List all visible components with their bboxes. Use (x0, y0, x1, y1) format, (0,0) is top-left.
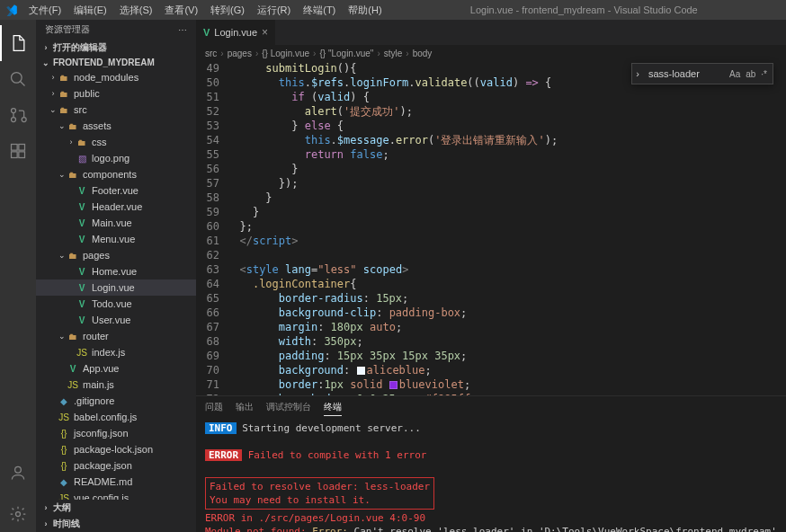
search-overlay[interactable]: › sass-loader Aaab·* (631, 63, 773, 84)
menu-item[interactable]: 编辑(E) (68, 2, 112, 19)
project-section[interactable]: ⌄FRONTEND_MYDREAM (36, 56, 196, 69)
js-icon: JS (58, 492, 70, 500)
code-editor[interactable]: 4950515253545556575859606162636465666768… (196, 61, 786, 395)
tab-login-vue[interactable]: V Login.vue × (196, 20, 276, 45)
panel-tab[interactable]: 终端 (324, 399, 342, 416)
menu-item[interactable]: 终端(T) (298, 2, 341, 19)
extensions-tab[interactable] (0, 133, 36, 169)
json-icon: {} (58, 427, 70, 439)
svg-point-3 (22, 118, 26, 122)
tree-row[interactable]: JSmain.js (36, 377, 196, 393)
search-tab[interactable] (0, 61, 36, 97)
tree-row[interactable]: JSbabel.config.js (36, 409, 196, 425)
tree-row[interactable]: ›🖿css (36, 134, 196, 150)
generic-icon: ◆ (58, 475, 70, 488)
tree-row[interactable]: ⌄🖿components (36, 166, 196, 182)
window-title: Login.vue - frontend_mydream - Visual St… (388, 4, 781, 15)
tree-row[interactable]: ⌄🖿router (36, 328, 196, 344)
close-icon[interactable]: × (262, 26, 268, 39)
bottom-panel: 问题输出调试控制台终端 INFO Starting development se… (196, 395, 786, 532)
accounts-icon[interactable] (0, 455, 36, 491)
search-opt[interactable]: Aa (729, 69, 740, 79)
explorer-tab[interactable] (0, 25, 36, 61)
tree-row[interactable]: VUser.vue (36, 312, 196, 328)
timeline-section[interactable]: ›时间线 (36, 516, 196, 532)
gutter: 4950515253545556575859606162636465666768… (196, 61, 227, 395)
svg-point-1 (12, 109, 16, 113)
search-opt[interactable]: ab (746, 69, 755, 79)
svg-rect-4 (12, 145, 18, 151)
info-badge: INFO (205, 422, 237, 434)
folder-icon: 🖿 (67, 168, 79, 181)
panel-tab[interactable]: 问题 (205, 399, 223, 415)
tree-row[interactable]: ▧logo.png (36, 150, 196, 166)
search-opt[interactable]: ·* (761, 69, 767, 79)
tree-row[interactable]: VTodo.vue (36, 296, 196, 312)
tree-row[interactable]: ⌄🖿pages (36, 247, 196, 263)
terminal-output[interactable]: INFO Starting development server... ERRO… (196, 418, 786, 532)
scm-tab[interactable] (0, 97, 36, 133)
outline-section[interactable]: ›大纲 (36, 500, 196, 516)
breadcrumb-item[interactable]: pages (228, 49, 252, 58)
svg-rect-6 (12, 152, 18, 158)
chevron-right-icon[interactable]: › (632, 68, 643, 79)
panel-tabs: 问题输出调试控制台终端 (196, 396, 786, 418)
menubar: 文件(F)编辑(E)选择(S)查看(V)转到(G)运行(R)终端(T)帮助(H) (23, 2, 388, 19)
tree-row[interactable]: VMain.vue (36, 215, 196, 231)
breadcrumb[interactable]: src›pages›{} Login.vue›{} "Login.vue"›st… (196, 45, 786, 61)
folder-icon: 🖿 (76, 136, 88, 148)
search-value[interactable]: sass-loader (643, 68, 724, 79)
json-icon: {} (58, 443, 70, 456)
open-editors-section[interactable]: ›打开的编辑器 (36, 40, 196, 56)
menu-item[interactable]: 选择(S) (114, 2, 158, 19)
panel-tab[interactable]: 输出 (236, 399, 254, 415)
tree-row[interactable]: ⌄🖿assets (36, 118, 196, 134)
menu-item[interactable]: 文件(F) (23, 2, 67, 19)
js-icon: JS (67, 378, 79, 391)
sidebar-title: 资源管理器⋯ (36, 20, 196, 40)
vue-icon: V (76, 217, 88, 229)
breadcrumb-item[interactable]: style (384, 49, 403, 58)
code-lines[interactable]: submitLogin(){ this.$refs.loginForm.vali… (227, 61, 786, 395)
more-icon[interactable]: ⋯ (178, 25, 187, 35)
tree-row[interactable]: VFooter.vue (36, 182, 196, 199)
tree-row[interactable]: ◆.gitignore (36, 393, 196, 409)
breadcrumb-item[interactable]: {} Login.vue (262, 49, 309, 58)
vue-icon: V (76, 200, 88, 213)
tree-row[interactable]: VLogin.vue (36, 279, 196, 296)
tree-row[interactable]: VApp.vue (36, 360, 196, 377)
panel-tab[interactable]: 调试控制台 (266, 399, 311, 415)
tree-row[interactable]: JSvue.config.js (36, 490, 196, 500)
vue-icon: V (76, 233, 88, 245)
svg-rect-5 (19, 145, 25, 151)
tree-row[interactable]: ◆README.md (36, 474, 196, 490)
menu-item[interactable]: 帮助(H) (343, 2, 387, 19)
tree-row[interactable]: {}package-lock.json (36, 441, 196, 457)
menu-item[interactable]: 查看(V) (159, 2, 203, 19)
folder-icon: 🖿 (67, 120, 79, 132)
tree-row[interactable]: {}jsconfig.json (36, 425, 196, 441)
folder-icon: 🖿 (58, 87, 70, 100)
tree-row[interactable]: ⌄🖿src (36, 102, 196, 118)
editor-area: V Login.vue × src›pages›{} Login.vue›{} … (196, 20, 786, 532)
tree-row[interactable]: VMenu.vue (36, 231, 196, 247)
folder-icon: 🖿 (67, 249, 79, 262)
breadcrumb-item[interactable]: src (205, 49, 217, 58)
tree-row[interactable]: {}package.json (36, 457, 196, 474)
tree-row[interactable]: VHome.vue (36, 263, 196, 279)
tree-row[interactable]: VHeader.vue (36, 199, 196, 215)
tree-row[interactable]: JSindex.js (36, 344, 196, 360)
svg-point-8 (15, 466, 22, 473)
img-icon: ▧ (76, 152, 88, 164)
menu-item[interactable]: 运行(R) (252, 2, 296, 19)
vscode-icon (5, 4, 18, 16)
tree-row[interactable]: ›🖿public (36, 85, 196, 102)
vue-icon: V (76, 265, 88, 278)
menu-item[interactable]: 转到(G) (205, 2, 250, 19)
activity-bar (0, 20, 36, 532)
vue-icon: V (203, 27, 210, 38)
breadcrumb-item[interactable]: {} "Login.vue" (319, 49, 373, 58)
tree-row[interactable]: ›🖿node_modules (36, 69, 196, 85)
breadcrumb-item[interactable]: body (413, 49, 433, 58)
settings-icon[interactable] (0, 496, 36, 532)
